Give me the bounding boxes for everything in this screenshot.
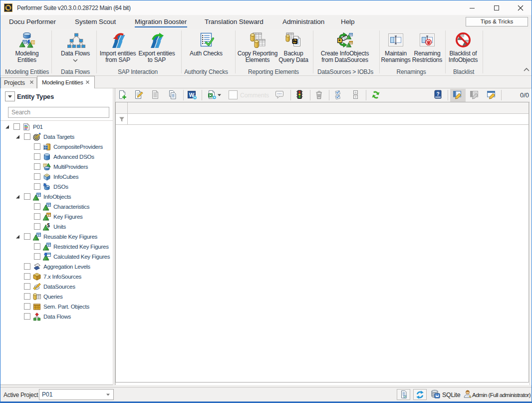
svg-text:?: ? — [436, 91, 439, 97]
svg-text:$: $ — [47, 223, 50, 228]
